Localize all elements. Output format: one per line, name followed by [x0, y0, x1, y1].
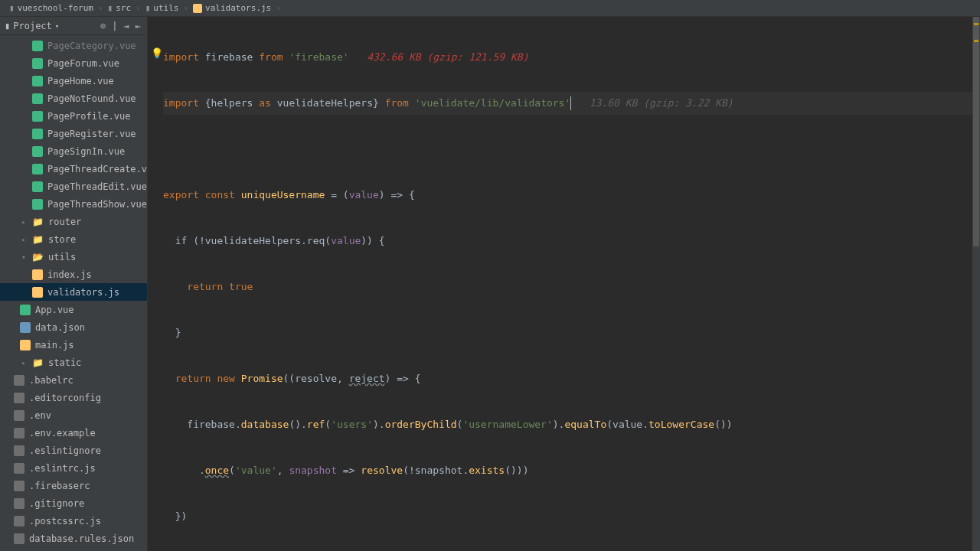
tree-file-PageProfile-vue[interactable]: PageProfile.vue [0, 107, 147, 125]
chevron-icon[interactable]: ▸ [20, 236, 28, 243]
tree-file-App-vue[interactable]: App.vue [0, 301, 147, 318]
tree-file-PageThreadCreate-vue[interactable]: PageThreadCreate.vue [0, 160, 147, 178]
file-icon [14, 428, 24, 439]
tree-item-label: .firebaserc [29, 481, 90, 491]
tree-file-main-js[interactable]: main.js [0, 336, 147, 354]
tree-file-data-json[interactable]: data.json [0, 318, 147, 336]
breadcrumb: ▮ vueschool-forum › ▮ src › ▮ utils › va… [0, 0, 980, 17]
sidebar-title-label: Project [13, 21, 52, 31]
tree-item-label: .gitignore [29, 498, 84, 509]
chevron-icon[interactable]: ▾ [20, 253, 28, 261]
string: 'vuelidate/lib/validators' [415, 97, 571, 109]
sidebar-header: ▮ Project ▾ ⊙ | ⇥ ⇤ [0, 17, 147, 35]
method: once [205, 465, 229, 476]
keyword: from [259, 51, 283, 63]
class-name: Promise [241, 373, 283, 384]
collapse-icon[interactable]: ⇥ [122, 21, 131, 31]
editor-content[interactable]: import firebase from 'firebase' 432.66 K… [148, 17, 980, 551]
vue-file-icon [32, 181, 43, 192]
keyword: import [163, 97, 199, 109]
tree-file--firebaserc[interactable]: .firebaserc [0, 477, 147, 494]
tree-file-PageForum-vue[interactable]: PageForum.vue [0, 54, 147, 72]
tree-item-label: PageHome.vue [47, 76, 114, 86]
tree-file--gitignore[interactable]: .gitignore [0, 494, 147, 512]
tree-file-PageHome-vue[interactable]: PageHome.vue [0, 72, 147, 90]
scrollbar-thumb[interactable] [973, 17, 979, 246]
param: value [331, 235, 361, 246]
breadcrumb-project[interactable]: ▮ vueschool-forum [6, 3, 96, 13]
tree-folder-utils[interactable]: ▾📂utils [0, 248, 147, 266]
identifier: firebase [205, 51, 253, 63]
param: value [349, 189, 379, 201]
sidebar-title[interactable]: ▮ Project ▾ [5, 21, 59, 31]
chevron-icon[interactable]: ▸ [20, 359, 28, 367]
tree-folder-store[interactable]: ▸📁store [0, 230, 147, 248]
code: }) [163, 510, 187, 522]
settings-icon[interactable]: ⇤ [134, 21, 142, 31]
tree-item-label: .env [29, 410, 51, 421]
chevron-right-icon: › [98, 3, 103, 13]
tree-item-label: .eslintrc.js [29, 463, 96, 474]
vue-file-icon [32, 76, 43, 86]
tree-file-PageThreadShow-vue[interactable]: PageThreadShow.vue [0, 195, 147, 213]
tree-item-label: index.js [47, 269, 92, 280]
tree-folder-static[interactable]: ▸📁static [0, 354, 147, 371]
vue-file-icon [32, 164, 43, 174]
tree-item-label: .postcssrc.js [29, 516, 101, 527]
vue-file-icon [20, 305, 31, 315]
tree-item-label: static [48, 357, 81, 368]
code: } [163, 327, 181, 338]
string: 'usernameLower' [462, 419, 552, 430]
chevron-right-icon: › [276, 3, 281, 13]
warning-marker[interactable] [974, 23, 978, 25]
tree-file--editorconfig[interactable]: .editorconfig [0, 389, 147, 406]
tree-file-PageCategory-vue[interactable]: PageCategory.vue [0, 37, 147, 54]
tree-item-label: .babelrc [29, 375, 74, 386]
tree-item-label: .env.example [29, 428, 96, 439]
tree-file--eslintignore[interactable]: .eslintignore [0, 442, 147, 459]
tree-item-label: data.json [35, 322, 85, 333]
tree-file-index-js[interactable]: index.js [0, 266, 147, 283]
breadcrumb-src[interactable]: ▮ src [105, 3, 135, 13]
tree-folder-router[interactable]: ▸📁router [0, 213, 147, 230]
tree-item-label: validators.js [47, 287, 119, 298]
tree-file-validators-js[interactable]: validators.js [0, 283, 147, 301]
tree-file-database-rules-json[interactable]: database.rules.json [0, 530, 147, 547]
tree-file--env-example[interactable]: .env.example [0, 424, 147, 442]
breadcrumb-file[interactable]: validators.js [190, 3, 274, 13]
keyword: import [163, 51, 199, 63]
target-icon[interactable]: ⊙ [99, 21, 107, 31]
tree-file--postcssrc-js[interactable]: .postcssrc.js [0, 512, 147, 530]
vue-file-icon [32, 129, 43, 139]
tree-file-PageRegister-vue[interactable]: PageRegister.vue [0, 125, 147, 142]
tree-item-label: PageThreadShow.vue [47, 199, 147, 210]
code-editor[interactable]: 💡 import firebase from 'firebase' 432.66… [148, 17, 980, 551]
chevron-right-icon: › [183, 3, 188, 13]
tree-file-PageSignIn-vue[interactable]: PageSignIn.vue [0, 142, 147, 160]
size-hint: 13.60 KB (gzip: 3.22 KB) [590, 97, 733, 109]
tree-file--babelrc[interactable]: .babelrc [0, 371, 147, 389]
tree-item-label: PageNotFound.vue [47, 93, 136, 104]
warning-marker[interactable] [974, 40, 978, 42]
project-icon: ▮ [5, 21, 10, 31]
vue-file-icon [32, 93, 43, 104]
tree-file-PageNotFound-vue[interactable]: PageNotFound.vue [0, 90, 147, 107]
chevron-icon[interactable]: ▸ [20, 218, 28, 226]
string: 'value' [235, 465, 277, 476]
tree-item-label: PageCategory.vue [47, 41, 136, 51]
breadcrumb-utils[interactable]: ▮ utils [142, 3, 182, 13]
code: ) => { [385, 373, 421, 384]
tree-item-label: App.vue [35, 305, 74, 315]
code: {helpers [205, 97, 259, 109]
intention-bulb-icon[interactable]: 💡 [151, 47, 163, 59]
file-tree[interactable]: PageCategory.vuePageForum.vuePageHome.vu… [0, 35, 147, 551]
folder-icon: 📁 [32, 234, 44, 245]
tree-item-label: main.js [35, 340, 74, 350]
editor-scrollbar[interactable] [972, 17, 980, 551]
code: if (!vuelidateHelpers.req( [163, 235, 331, 246]
folder-icon: ▮ [145, 3, 151, 13]
tree-file--eslintrc-js[interactable]: .eslintrc.js [0, 459, 147, 477]
tree-file--env[interactable]: .env [0, 406, 147, 424]
breadcrumb-label: vueschool-forum [18, 3, 93, 13]
tree-file-PageThreadEdit-vue[interactable]: PageThreadEdit.vue [0, 178, 147, 195]
